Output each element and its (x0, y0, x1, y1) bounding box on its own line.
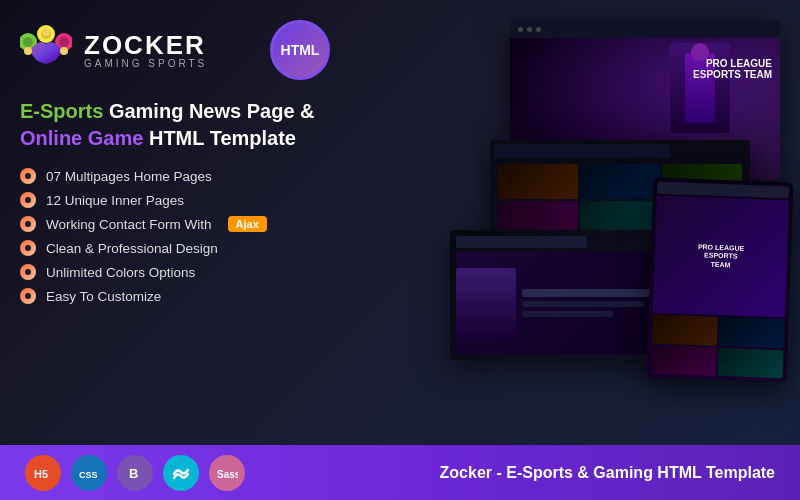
list-item: 07 Multipages Home Pages (20, 168, 330, 184)
feature-text: Unlimited Colors Options (46, 265, 195, 280)
mock-content-area (456, 251, 674, 354)
mock-navbar (510, 20, 780, 38)
mock-img (456, 268, 516, 338)
screenshot-fourth: PRO LEAGUEESPORTSTEAM (647, 178, 794, 383)
mock-text-row (522, 301, 644, 307)
bottom-bar: H5 CSS B (0, 445, 800, 500)
svg-text:Sass: Sass (217, 469, 238, 480)
headline-text2: HTML Template (149, 127, 296, 149)
main-wrapper: ZOCKER GAMING SPORTS HTML E-Sports Gamin… (0, 0, 800, 500)
tech-icons: H5 CSS B (25, 455, 245, 491)
headline: E-Sports Gaming News Page & Online Game … (20, 98, 330, 152)
tailwind-icon (163, 455, 199, 491)
mock-tall-content: PRO LEAGUEESPORTSTEAM (647, 178, 794, 383)
html-badge: HTML (270, 20, 330, 80)
hero-title-line1: PRO LEAGUE (693, 58, 772, 69)
feature-dot-icon (20, 264, 36, 280)
logo-area: ZOCKER GAMING SPORTS HTML (20, 20, 330, 80)
feature-text: 12 Unique Inner Pages (46, 193, 184, 208)
left-panel: ZOCKER GAMING SPORTS HTML E-Sports Gamin… (20, 20, 330, 435)
bootstrap-icon: B (117, 455, 153, 491)
logo-title: ZOCKER (84, 32, 207, 58)
game-cell (580, 164, 660, 199)
ajax-badge: Ajax (228, 216, 267, 232)
list-item: Unlimited Colors Options (20, 264, 330, 280)
feature-text: 07 Multipages Home Pages (46, 169, 212, 184)
svg-point-5 (59, 37, 69, 47)
gamer-silhouette (670, 43, 730, 133)
list-item: Easy To Customize (20, 288, 330, 304)
list-item: Working Contact Form With Ajax (20, 216, 330, 232)
top-section: ZOCKER GAMING SPORTS HTML E-Sports Gamin… (0, 0, 800, 445)
nav-dot (536, 27, 541, 32)
feature-dot-icon (20, 168, 36, 184)
svg-text:B: B (129, 466, 138, 481)
nav-dot (518, 27, 523, 32)
svg-text:CSS: CSS (79, 470, 98, 480)
mock-game-thumb (652, 315, 718, 346)
mock-hero-text: PRO LEAGUE ESPORTS TEAM (693, 58, 772, 80)
svg-point-8 (60, 47, 68, 55)
mock-game-grid-small (651, 315, 785, 378)
screenshot-third (450, 230, 680, 360)
feature-dot-icon (20, 288, 36, 304)
headline-accent1: E-Sports (20, 100, 103, 122)
bottom-bar-title: Zocker - E-Sports & Gaming HTML Template (440, 464, 775, 482)
mock-pro-league-text: PRO LEAGUEESPORTSTEAM (697, 243, 744, 270)
html5-icon: H5 (25, 455, 61, 491)
feature-text: Working Contact Form With (46, 217, 212, 232)
right-panel: PRO LEAGUE ESPORTS TEAM (350, 20, 780, 435)
mock-game-thumb (651, 345, 717, 376)
game-cell (498, 164, 578, 199)
feature-dot-icon (20, 216, 36, 232)
svg-point-1 (23, 37, 33, 47)
mock-text-row (522, 311, 613, 317)
mock-hero-tall: PRO LEAGUEESPORTSTEAM (653, 196, 789, 318)
mock-game-thumb (718, 348, 784, 379)
headline-accent2: Online Game (20, 127, 143, 149)
feature-dot-icon (20, 240, 36, 256)
jester-hat-icon (20, 24, 72, 76)
feature-dot-icon (20, 192, 36, 208)
list-item: Clean & Professional Design (20, 240, 330, 256)
feature-text: Clean & Professional Design (46, 241, 218, 256)
hero-title-line2: ESPORTS TEAM (693, 69, 772, 80)
mock-bar (456, 236, 587, 248)
svg-point-7 (42, 28, 50, 36)
svg-point-6 (24, 47, 32, 55)
nav-dot (527, 27, 532, 32)
list-item: 12 Unique Inner Pages (20, 192, 330, 208)
screenshot-container: PRO LEAGUE ESPORTS TEAM (350, 20, 780, 340)
feature-text: Easy To Customize (46, 289, 161, 304)
logo-text-group: ZOCKER GAMING SPORTS (84, 32, 207, 69)
logo-subtitle: GAMING SPORTS (84, 58, 207, 69)
css3-icon: CSS (71, 455, 107, 491)
mock-game-thumb (719, 317, 785, 348)
mock-title-bar (494, 144, 670, 158)
feature-list: 07 Multipages Home Pages 12 Unique Inner… (20, 168, 330, 304)
headline-text1: Gaming News Page & (109, 100, 315, 122)
svg-text:H5: H5 (34, 468, 48, 480)
sass-icon: Sass (209, 455, 245, 491)
